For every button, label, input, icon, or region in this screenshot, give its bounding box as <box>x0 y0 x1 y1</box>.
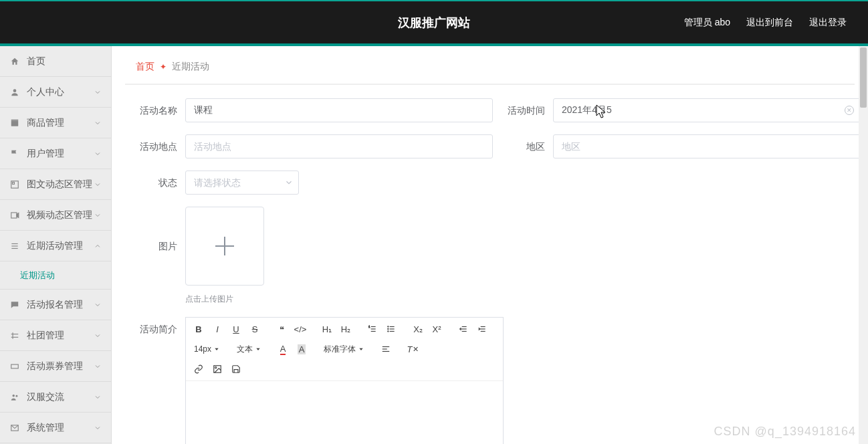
scrollbar[interactable] <box>859 46 868 444</box>
strike-icon[interactable]: S <box>246 320 263 338</box>
h1-icon[interactable]: H₁ <box>318 320 336 338</box>
activity-name-input[interactable] <box>185 98 493 122</box>
clear-format-icon[interactable]: T✕ <box>404 340 421 358</box>
ordered-list-icon[interactable]: 1 <box>364 320 381 338</box>
svg-point-0 <box>13 89 17 92</box>
sidebar-item-personal[interactable]: 个人中心 <box>0 77 111 108</box>
sidebar-item-label: 视频动态区管理 <box>27 209 92 221</box>
sidebar-item-signup[interactable]: 活动报名管理 <box>0 290 111 320</box>
svg-rect-2 <box>11 119 19 120</box>
flag-icon <box>9 148 20 159</box>
sidebar-item-video-zone[interactable]: 视频动态区管理 <box>0 200 111 231</box>
indent-icon[interactable] <box>473 320 491 338</box>
sidebar-item-label: 商品管理 <box>27 117 64 129</box>
image-upload-box[interactable] <box>185 207 264 286</box>
svg-marker-33 <box>215 348 218 350</box>
mail-icon <box>9 423 20 433</box>
app-title: 汉服推广网站 <box>398 15 470 31</box>
activity-place-input[interactable] <box>185 134 493 158</box>
underline-icon[interactable]: U <box>227 320 245 338</box>
status-select[interactable] <box>185 171 299 195</box>
svg-rect-5 <box>11 212 17 217</box>
app-header: 汉服推广网站 管理员 abo 退出到前台 退出登录 <box>0 0 868 43</box>
chevron-down-icon <box>94 362 102 370</box>
scrollbar-thumb[interactable] <box>860 47 867 108</box>
video-zone-icon <box>9 210 20 221</box>
unordered-list-icon[interactable] <box>383 320 400 338</box>
svg-point-15 <box>15 395 17 397</box>
user-icon <box>9 87 20 98</box>
sidebar-item-label: 活动报名管理 <box>27 299 83 311</box>
outdent-icon[interactable] <box>455 320 472 338</box>
italic-icon[interactable]: I <box>209 320 226 338</box>
list-icon <box>9 241 20 251</box>
svg-marker-35 <box>359 348 362 350</box>
breadcrumb: 首页 ✦ 近期活动 <box>125 57 855 85</box>
h2-icon[interactable]: H₂ <box>337 320 354 338</box>
text-color-icon[interactable]: A <box>274 340 292 358</box>
sidebar-item-label: 汉服交流 <box>27 391 64 403</box>
sidebar: 首页 个人中心 商品管理 用户管理 图文动态区管理 <box>0 46 112 444</box>
sidebar-item-label: 活动票券管理 <box>27 360 83 372</box>
svg-rect-13 <box>11 364 19 368</box>
image-zone-icon <box>9 179 20 190</box>
chevron-down-icon <box>94 301 102 309</box>
club-icon <box>9 330 20 341</box>
align-icon[interactable] <box>377 340 395 358</box>
sidebar-subitem-label: 近期活动 <box>20 269 55 282</box>
label-activity-time: 活动时间 <box>493 98 553 122</box>
subscript-icon[interactable]: X₂ <box>409 320 427 338</box>
font-family-select[interactable]: 标准字体 <box>320 340 368 358</box>
sidebar-item-label: 图文动态区管理 <box>27 179 92 191</box>
svg-rect-1 <box>11 120 19 126</box>
svg-text:1: 1 <box>368 326 370 328</box>
status-select-input[interactable] <box>185 171 299 195</box>
sidebar-item-club[interactable]: 社团管理 <box>0 320 111 351</box>
sidebar-subitem-recent-event[interactable]: 近期活动 <box>0 261 111 290</box>
image-icon[interactable] <box>209 360 226 378</box>
svg-point-23 <box>388 331 389 332</box>
editor-content[interactable] <box>186 381 503 444</box>
link-icon[interactable] <box>190 360 207 378</box>
sidebar-item-goods[interactable]: 商品管理 <box>0 108 111 138</box>
chevron-down-icon <box>94 150 102 158</box>
clear-date-icon[interactable]: ✕ <box>845 106 854 115</box>
superscript-icon[interactable]: X² <box>428 320 445 338</box>
region-input[interactable] <box>553 134 861 158</box>
sidebar-item-label: 近期活动管理 <box>27 240 83 252</box>
chevron-down-icon <box>94 88 102 96</box>
activity-time-input[interactable] <box>553 98 861 122</box>
bg-color-icon[interactable]: A <box>293 340 310 358</box>
logout-link[interactable]: 退出登录 <box>809 17 847 29</box>
svg-marker-6 <box>17 213 19 217</box>
chevron-down-icon <box>94 393 102 401</box>
sidebar-item-label: 首页 <box>27 56 45 68</box>
font-size-select[interactable]: 14px <box>190 340 223 358</box>
text-type-select[interactable]: 文本 <box>233 340 265 358</box>
sidebar-item-home[interactable]: 首页 <box>0 46 111 77</box>
goto-front-link[interactable]: 退出到前台 <box>746 17 793 29</box>
chevron-down-icon <box>94 181 102 189</box>
people-icon <box>9 392 20 403</box>
bold-icon[interactable]: B <box>190 320 207 338</box>
sidebar-item-image-zone[interactable]: 图文动态区管理 <box>0 169 111 200</box>
save-icon[interactable] <box>227 360 245 378</box>
ticket-icon <box>9 361 20 372</box>
label-desc: 活动简介 <box>125 317 185 341</box>
main-content: 首页 ✦ 近期活动 活动名称 活动时间 ✕ <box>112 46 868 444</box>
sidebar-item-recent-event[interactable]: 近期活动管理 <box>0 231 111 261</box>
plus-icon <box>215 237 234 255</box>
sidebar-item-label: 用户管理 <box>27 148 64 160</box>
breadcrumb-current: 近期活动 <box>172 61 209 73</box>
sidebar-item-label: 社团管理 <box>27 330 64 342</box>
code-icon[interactable]: </> <box>292 320 309 338</box>
sidebar-item-hanfu-talk[interactable]: 汉服交流 <box>0 382 111 413</box>
label-image: 图片 <box>125 207 185 286</box>
admin-label[interactable]: 管理员 abo <box>684 17 730 29</box>
sidebar-item-system[interactable]: 系统管理 <box>0 413 111 443</box>
quote-icon[interactable]: ❝ <box>273 320 290 338</box>
sidebar-item-users[interactable]: 用户管理 <box>0 138 111 169</box>
chevron-down-icon <box>94 211 102 219</box>
sidebar-item-ticket[interactable]: 活动票券管理 <box>0 351 111 382</box>
breadcrumb-home[interactable]: 首页 <box>136 61 154 73</box>
